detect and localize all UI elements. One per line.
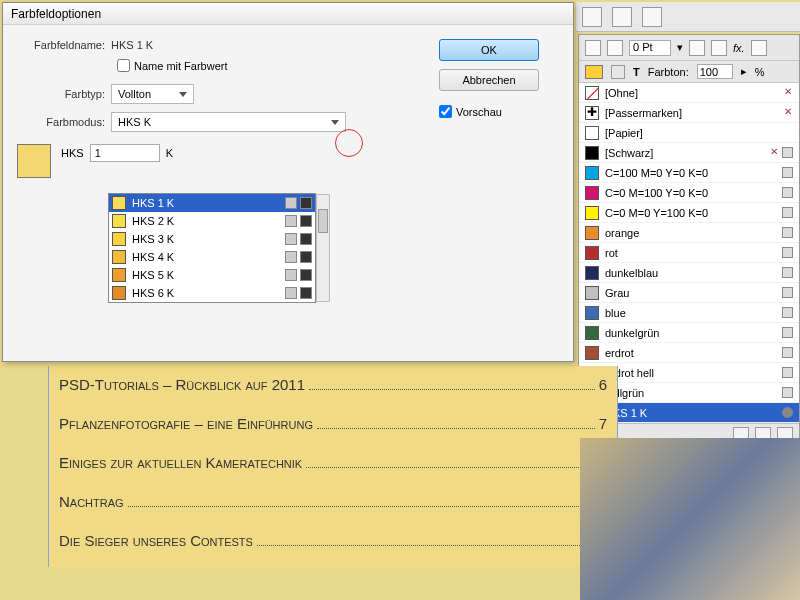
locked-icon: ✕ [782,107,793,118]
swatch-icon [585,186,599,200]
color-model-icon [782,287,793,298]
swatch-icon [585,226,599,240]
color-model-icon [782,187,793,198]
swatch-name: HKS 1 K [605,407,776,419]
color-model-icon [782,367,793,378]
swatch-item-label: HKS 1 K [132,197,279,209]
tint-unit: % [755,66,765,78]
locked-icon: ✕ [768,147,779,158]
swatch-name: [Ohne] [605,87,776,99]
swatch-icon [112,268,126,282]
swatch-list-item[interactable]: [Papier] [579,123,799,143]
hks-dropdown-item[interactable]: HKS 4 K [109,248,315,266]
stroke-weight-field[interactable]: 0 Pt [629,40,671,56]
stroke-fill-icon[interactable] [585,40,601,56]
spot-icon [285,269,297,281]
locked-icon: ✕ [782,87,793,98]
swatch-icon [585,306,599,320]
color-model-icon [782,227,793,238]
scrollbar-thumb[interactable] [318,209,328,233]
hks-dropdown-item[interactable]: HKS 6 K [109,284,315,302]
none-swatch-icon [585,86,599,100]
spot-icon [285,251,297,263]
scrollbar[interactable] [316,194,330,302]
swatch-name: rot [605,247,776,259]
swatch-name: C=100 M=0 Y=0 K=0 [605,167,776,179]
name-with-color-checkbox[interactable]: Name mit Farbwert [117,59,228,72]
toc-title: Einiges zur aktuellen Kameratechnik [59,454,302,471]
hks-number-input[interactable] [90,144,160,162]
toc-leader [128,506,595,507]
swatch-icon [112,232,126,246]
swatch-icon [112,286,126,300]
swatch-list-item[interactable]: blue [579,303,799,323]
hks-dropdown-list[interactable]: HKS 1 K HKS 2 K HKS 3 K HKS 4 K HKS 5 K … [108,193,316,303]
swatch-icon [112,214,126,228]
preview-checkbox[interactable]: Vorschau [439,105,559,118]
swatch-name: blue [605,307,776,319]
spot-icon [285,197,297,209]
color-model-icon [300,215,312,227]
document-photo-area [580,438,800,600]
swatch-list-item[interactable]: [Ohne]✕ [579,83,799,103]
swatch-list-item[interactable]: dunkelgrün [579,323,799,343]
swatch-options-dialog: Farbfeldoptionen Farbfeldname: HKS 1 K N… [2,2,574,362]
preview-swatch [17,144,51,178]
document-page: PSD-Tutorials – Rückblick auf 2011 6Pfla… [48,366,618,567]
ok-button[interactable]: OK [439,39,539,61]
swatch-list-item[interactable]: C=0 M=100 Y=0 K=0 [579,183,799,203]
preview-input[interactable] [439,105,452,118]
swatch-list-item[interactable]: rot [579,243,799,263]
panel-icon[interactable] [711,40,727,56]
tint-input[interactable] [697,64,733,79]
swatch-icon [585,126,599,140]
swatch-list-item[interactable]: C=100 M=0 Y=0 K=0 [579,163,799,183]
tint-label: Farbton: [648,66,689,78]
chevron-down-icon [179,92,187,97]
toc-leader [309,389,595,390]
toc-title: Nachtrag [59,493,124,510]
toolbar-icon[interactable] [642,7,662,27]
cancel-button[interactable]: Abbrechen [439,69,539,91]
hks-dropdown-item[interactable]: HKS 1 K [109,194,315,212]
panel-icon[interactable] [689,40,705,56]
swatch-list-item[interactable]: [Passermarken]✕ [579,103,799,123]
chevron-down-icon [331,120,339,125]
swatch-name: C=0 M=100 Y=0 K=0 [605,187,776,199]
swatch-list-item[interactable]: erdrot [579,343,799,363]
color-mode-select[interactable]: HKS K [111,112,346,132]
current-fill-swatch[interactable] [585,65,603,79]
toolbar-icon[interactable] [582,7,602,27]
registration-swatch-icon [585,106,599,120]
swatch-list-item[interactable]: Grau [579,283,799,303]
toc-leader [317,428,595,429]
toc-entry: Nachtrag 9 [49,489,617,528]
swatch-list-item[interactable]: [Schwarz]✕ [579,143,799,163]
swatch-icon [585,246,599,260]
swatch-list-item[interactable]: orange [579,223,799,243]
color-model-icon [300,233,312,245]
hks-dropdown-item[interactable]: HKS 2 K [109,212,315,230]
swatch-icon [585,166,599,180]
swatch-item-label: HKS 4 K [132,251,279,263]
swatch-list-item[interactable]: C=0 M=0 Y=100 K=0 [579,203,799,223]
hks-prefix-label: HKS [61,147,84,159]
swatch-list-item[interactable]: dunkelblau [579,263,799,283]
swatch-icon [585,146,599,160]
panel-icon[interactable] [751,40,767,56]
app-toolbar [576,2,800,32]
color-type-select[interactable]: Vollton [111,84,194,104]
toc-title: Die Sieger unseres Contests [59,532,253,549]
color-model-icon [300,287,312,299]
swatch-name: C=0 M=0 Y=100 K=0 [605,207,776,219]
swatch-icon [585,346,599,360]
toolbar-icon[interactable] [612,7,632,27]
spot-icon [782,407,793,418]
hks-dropdown-item[interactable]: HKS 3 K [109,230,315,248]
swatch-icon [585,266,599,280]
hks-dropdown-item[interactable]: HKS 5 K [109,266,315,284]
name-with-color-input[interactable] [117,59,130,72]
stroke-style-icon[interactable] [607,40,623,56]
formatting-affects-icon[interactable] [611,65,625,79]
swatch-name: Grau [605,287,776,299]
